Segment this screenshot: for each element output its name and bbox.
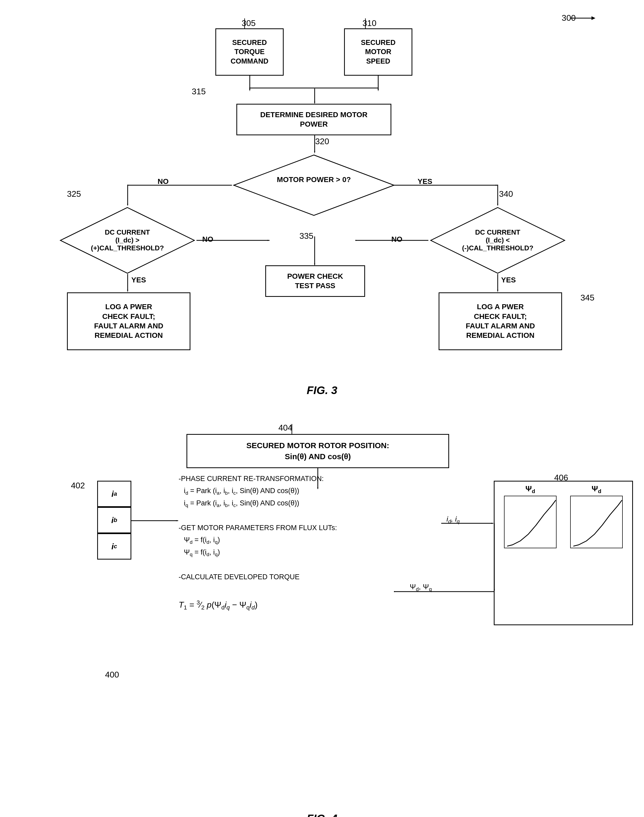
ref-320: 320 — [315, 137, 329, 146]
box-secured-torque: SECUREDTORQUECOMMAND — [215, 28, 284, 76]
page-container: 300 305 310 SECUREDTORQUECOMMAND SECURED… — [0, 0, 644, 817]
ref-305: 305 — [242, 18, 256, 28]
figure4-container: 404 SECURED MOTOR ROTOR POSITION:Sin(θ) … — [16, 420, 628, 817]
box-secured-motor-speed: SECUREDMOTORSPEED — [344, 28, 412, 76]
svg-text:DC CURRENT: DC CURRENT — [475, 228, 520, 236]
box-ib: ib — [97, 507, 131, 533]
figure3-container: 300 305 310 SECUREDTORQUECOMMAND SECURED… — [16, 11, 628, 399]
box-power-check-pass: POWER CHECKTEST PASS — [265, 265, 365, 297]
svg-text:(-)CAL_THRESHOLD?: (-)CAL_THRESHOLD? — [462, 244, 534, 252]
label-yes-right2: YES — [501, 276, 516, 284]
label-yes-left: YES — [131, 276, 146, 284]
label-no-center-left: NO — [202, 235, 213, 244]
ref-340: 340 — [499, 189, 513, 199]
fig4-title: FIG. 4 — [16, 812, 628, 817]
svg-text:MOTOR POWER > 0?: MOTOR POWER > 0? — [277, 175, 351, 184]
diamond-dc-current-left: DC CURRENT (I_dc) > (+)CAL_THRESHOLD? — [58, 206, 197, 276]
svg-text:(I_dc) >: (I_dc) > — [115, 236, 140, 244]
ref-335: 335 — [299, 231, 313, 241]
ref-404: 404 — [278, 423, 292, 433]
box-determine-motor-power: DETERMINE DESIRED MOTORPOWER — [236, 104, 391, 135]
diamond-motor-power: MOTOR POWER > 0? — [231, 154, 397, 218]
box-ia: ia — [97, 481, 131, 507]
label-no-center-right: NO — [391, 235, 402, 244]
diamond-dc-current-right: DC CURRENT (I_dc) < (-)CAL_THRESHOLD? — [428, 206, 567, 276]
svg-marker-1 — [592, 16, 595, 20]
box-secured-rotor: SECURED MOTOR ROTOR POSITION:Sin(θ) AND … — [187, 434, 449, 468]
svg-text:(I_dc) <: (I_dc) < — [486, 236, 510, 244]
ref-400: 400 — [105, 670, 119, 680]
ref-315: 315 — [192, 87, 205, 97]
svg-text:DC CURRENT: DC CURRENT — [105, 228, 150, 236]
ref-345: 345 — [580, 293, 594, 303]
label-id-iq: id, iq — [446, 515, 460, 525]
ref-310: 310 — [362, 18, 376, 28]
box-log-fault-left: LOG A PWERCHECK FAULT;FAULT ALARM ANDREM… — [67, 292, 190, 350]
svg-marker-13 — [234, 155, 394, 215]
svg-text:(+)CAL_THRESHOLD?: (+)CAL_THRESHOLD? — [91, 244, 164, 252]
label-psi-d-psi-q: Ψd, Ψq — [410, 583, 432, 593]
ref-402: 402 — [71, 481, 85, 490]
fig3-title: FIG. 3 — [16, 384, 628, 397]
box-ic: ic — [97, 533, 131, 559]
ref-325: 325 — [67, 189, 81, 199]
flux-lut-container: Ψd Ψd — [494, 481, 633, 625]
box-log-fault-right: LOG A PWERCHECK FAULT;FAULT ALARM ANDREM… — [439, 292, 562, 350]
